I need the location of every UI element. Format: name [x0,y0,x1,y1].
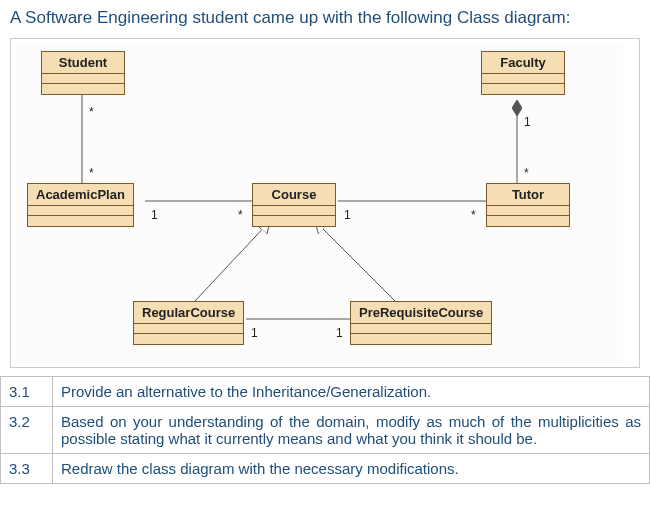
mult-regular-end: 1 [251,326,258,340]
mult-course-tutor-end: 1 [344,208,351,222]
class-course: Course [252,183,336,227]
svg-line-4 [195,221,270,301]
mult-academicplan-student-end: * [89,166,94,180]
question-number: 3.3 [1,454,53,484]
class-ops [482,84,564,94]
class-attrs [253,206,335,216]
uml-class-diagram: Student Faculty AcademicPlan Course Tuto… [15,43,623,363]
question-number: 3.2 [1,407,53,454]
mult-prereq-end: 1 [336,326,343,340]
class-attrs [42,74,124,84]
class-regular-course: RegularCourse [133,301,244,345]
class-ops [351,334,491,344]
class-attrs [28,206,133,216]
question-text: Based on your understanding of the domai… [53,407,650,454]
class-name: RegularCourse [134,302,243,324]
class-ops [42,84,124,94]
mult-academicplan-course-end: 1 [151,208,158,222]
svg-line-5 [315,221,395,301]
class-prerequisite-course: PreRequisiteCourse [350,301,492,345]
mult-tutor-faculty-end: * [524,166,529,180]
diagram-container: Student Faculty AcademicPlan Course Tuto… [10,38,640,368]
question-row: 3.2 Based on your understanding of the d… [1,407,650,454]
class-name: Course [253,184,335,206]
question-row: 3.1 Provide an alternative to the Inheri… [1,377,650,407]
class-academic-plan: AcademicPlan [27,183,134,227]
question-table: 3.1 Provide an alternative to the Inheri… [0,376,650,484]
class-ops [253,216,335,226]
mult-faculty-end: 1 [524,115,531,129]
class-attrs [351,324,491,334]
class-name: Faculty [482,52,564,74]
class-name: PreRequisiteCourse [351,302,491,324]
class-tutor: Tutor [486,183,570,227]
class-attrs [482,74,564,84]
question-text: Redraw the class diagram with the necess… [53,454,650,484]
class-ops [28,216,133,226]
class-name: AcademicPlan [28,184,133,206]
class-attrs [487,206,569,216]
class-faculty: Faculty [481,51,565,95]
question-heading: A Software Engineering student came up w… [0,0,650,34]
class-attrs [134,324,243,334]
question-number: 3.1 [1,377,53,407]
question-row: 3.3 Redraw the class diagram with the ne… [1,454,650,484]
question-text: Provide an alternative to the Inheritanc… [53,377,650,407]
class-ops [134,334,243,344]
mult-student-end: * [89,105,94,119]
class-ops [487,216,569,226]
class-name: Student [42,52,124,74]
mult-course-academicplan-end: * [238,208,243,222]
class-name: Tutor [487,184,569,206]
mult-tutor-course-end: * [471,208,476,222]
class-student: Student [41,51,125,95]
